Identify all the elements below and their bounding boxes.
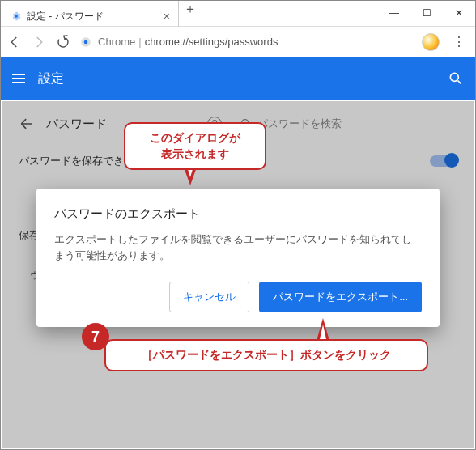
address-bar[interactable]: Chrome|chrome://settings/passwords xyxy=(80,36,412,48)
settings-title: 設定 xyxy=(38,70,64,87)
browser-menu-button[interactable]: ⋮ xyxy=(449,34,469,49)
dialog-title: パスワードのエクスポート xyxy=(54,206,422,222)
url-bar: Chrome|chrome://settings/passwords ⋮ xyxy=(1,27,475,57)
nav-back-button[interactable] xyxy=(7,35,22,49)
cancel-button[interactable]: キャンセル xyxy=(169,282,249,312)
callout-tail xyxy=(317,318,329,341)
profile-avatar[interactable] xyxy=(422,33,440,51)
settings-header: 設定 xyxy=(1,57,475,100)
callout-click-export: ［パスワードをエクスポート］ボタンをクリック xyxy=(104,339,428,371)
export-passwords-button[interactable]: パスワードをエクスポート... xyxy=(259,282,422,312)
new-tab-button[interactable]: ＋ xyxy=(179,1,202,18)
svg-point-2 xyxy=(84,40,88,44)
callout-dialog-shown: このダイアログが 表示されます xyxy=(124,122,266,170)
gear-icon xyxy=(11,11,22,22)
step-number-badge: 7 xyxy=(82,323,109,350)
window-controls: — ☐ ✕ xyxy=(378,1,475,25)
svg-point-3 xyxy=(450,73,458,81)
nav-forward-button xyxy=(32,35,46,49)
dialog-body: エクスポートしたファイルを閲覧できるユーザーにパスワードを知られてしまう可能性が… xyxy=(54,231,422,264)
settings-search-button[interactable] xyxy=(448,70,464,87)
window-minimize-button[interactable]: — xyxy=(378,1,410,25)
svg-line-4 xyxy=(458,81,461,84)
nav-reload-button[interactable] xyxy=(56,35,70,49)
window-close-button[interactable]: ✕ xyxy=(443,1,475,25)
window-titlebar: 設定 - パスワード × ＋ — ☐ ✕ xyxy=(1,1,475,27)
window-maximize-button[interactable]: ☐ xyxy=(410,1,443,25)
menu-icon[interactable] xyxy=(12,74,25,83)
dialog-actions: キャンセル パスワードをエクスポート... xyxy=(54,282,422,312)
tab-close-icon[interactable]: × xyxy=(164,10,170,23)
chrome-icon xyxy=(80,36,91,48)
export-passwords-dialog: パスワードのエクスポート エクスポートしたファイルを閲覧できるユーザーにパスワー… xyxy=(36,189,440,327)
tab-title: 設定 - パスワード xyxy=(27,10,159,23)
address-text: Chrome|chrome://settings/passwords xyxy=(98,36,278,48)
browser-tab[interactable]: 設定 - パスワード × xyxy=(1,1,179,27)
